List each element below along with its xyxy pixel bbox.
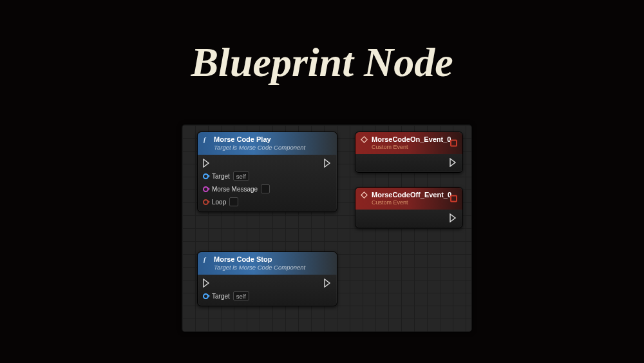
- node-header[interactable]: MorseCodeOff_Event_0 Custom Event: [355, 188, 462, 210]
- exec-out-pin[interactable]: [450, 213, 457, 222]
- pin-label: Morse Message: [212, 186, 258, 193]
- blueprint-graph[interactable]: f Morse Code Play Target is Morse Code C…: [182, 124, 472, 332]
- node-header[interactable]: f Morse Code Play Target is Morse Code C…: [198, 132, 337, 155]
- event-icon: [361, 136, 368, 143]
- function-icon: f: [203, 256, 210, 263]
- loop-pin[interactable]: [203, 199, 209, 205]
- node-morse-on-event[interactable]: MorseCodeOn_Event_0 Custom Event: [355, 132, 463, 173]
- stage: Blueprint Node f Morse Code Play Target …: [0, 0, 644, 363]
- svg-text:f: f: [204, 136, 207, 143]
- message-pin[interactable]: [203, 186, 209, 192]
- event-icon: [361, 191, 368, 199]
- exec-in-pin[interactable]: [203, 159, 211, 168]
- exec-out-pin[interactable]: [324, 159, 332, 168]
- node-morse-code-play[interactable]: f Morse Code Play Target is Morse Code C…: [197, 132, 337, 212]
- exec-out-pin[interactable]: [324, 279, 332, 288]
- node-body: Target self Morse Message Loop: [198, 155, 337, 211]
- node-body: [355, 210, 462, 228]
- exec-out-pin[interactable]: [450, 158, 457, 167]
- node-subtitle: Target is Morse Code Component: [214, 144, 305, 151]
- page-title: Blueprint Node: [0, 39, 644, 86]
- delegate-pin[interactable]: [450, 195, 457, 202]
- node-title: Morse Code Play: [214, 135, 305, 143]
- node-subtitle: Target is Morse Code Component: [214, 264, 305, 271]
- message-field[interactable]: [261, 184, 270, 193]
- node-subtitle: Custom Event: [372, 199, 451, 206]
- svg-text:f: f: [204, 256, 207, 263]
- node-body: Target self: [198, 275, 337, 306]
- target-field[interactable]: self: [233, 291, 249, 300]
- exec-in-pin[interactable]: [203, 279, 211, 288]
- pin-label: Target: [212, 293, 230, 300]
- target-pin[interactable]: [203, 293, 209, 299]
- node-title: MorseCodeOn_Event_0: [372, 135, 451, 143]
- node-subtitle: Custom Event: [372, 144, 451, 150]
- loop-field[interactable]: [229, 197, 238, 206]
- node-morse-off-event[interactable]: MorseCodeOff_Event_0 Custom Event: [355, 187, 463, 228]
- node-header[interactable]: MorseCodeOn_Event_0 Custom Event: [355, 132, 462, 154]
- target-pin[interactable]: [203, 173, 209, 179]
- node-title: Morse Code Stop: [214, 255, 305, 263]
- target-field[interactable]: self: [233, 172, 249, 181]
- delegate-pin[interactable]: [450, 140, 457, 147]
- pin-label: Target: [212, 173, 230, 180]
- function-icon: f: [203, 136, 210, 143]
- pin-label: Loop: [212, 199, 226, 206]
- node-header[interactable]: f Morse Code Stop Target is Morse Code C…: [198, 252, 337, 275]
- node-title: MorseCodeOff_Event_0: [372, 191, 451, 199]
- node-morse-code-stop[interactable]: f Morse Code Stop Target is Morse Code C…: [197, 251, 337, 306]
- node-body: [355, 154, 462, 172]
